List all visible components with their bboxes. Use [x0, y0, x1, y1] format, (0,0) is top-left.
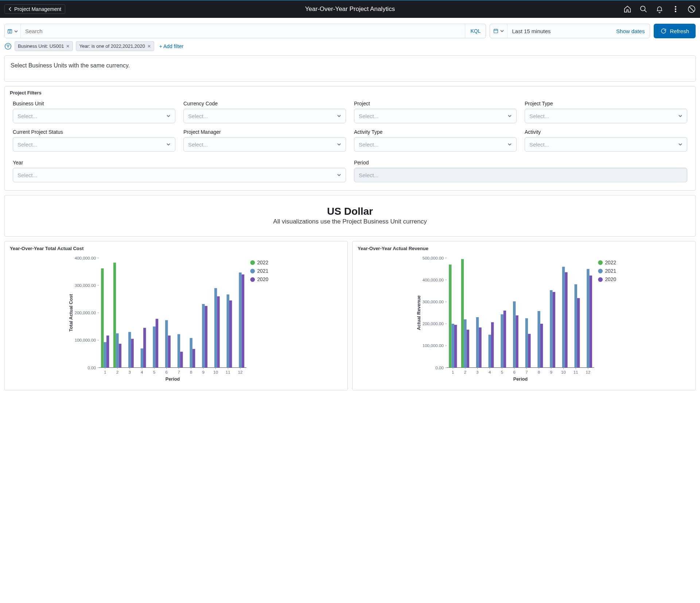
- bar[interactable]: [217, 296, 219, 367]
- bar[interactable]: [565, 272, 567, 368]
- bell-icon[interactable]: [656, 5, 664, 13]
- bar[interactable]: [513, 302, 516, 368]
- bar[interactable]: [503, 311, 506, 367]
- bar[interactable]: [479, 327, 481, 367]
- bar[interactable]: [467, 330, 469, 367]
- filter-pill-business-unit[interactable]: Business Unit: US001 ✕: [15, 41, 73, 51]
- legend-label[interactable]: 2022: [257, 260, 268, 265]
- bar[interactable]: [587, 269, 589, 368]
- bar[interactable]: [192, 349, 195, 367]
- bar[interactable]: [143, 328, 146, 367]
- bar[interactable]: [449, 265, 451, 368]
- bar[interactable]: [156, 319, 158, 367]
- calendar-button[interactable]: [490, 24, 508, 38]
- back-button[interactable]: Project Management: [4, 4, 65, 14]
- filter-pill-year[interactable]: Year: is one of 2022,2021,2020 ✕: [76, 41, 154, 51]
- bar[interactable]: [165, 320, 168, 367]
- bar[interactable]: [451, 324, 454, 367]
- menu-dots-icon[interactable]: [672, 5, 680, 13]
- legend-label[interactable]: 2021: [257, 268, 268, 274]
- bar[interactable]: [104, 342, 106, 367]
- compass-icon[interactable]: [688, 5, 696, 13]
- select-activity[interactable]: Select...: [525, 137, 687, 152]
- legend-dot[interactable]: [250, 260, 255, 265]
- kql-button[interactable]: KQL: [465, 24, 486, 38]
- select-period[interactable]: Select...: [354, 168, 687, 182]
- select-current_status[interactable]: Select...: [13, 137, 175, 152]
- bar[interactable]: [553, 292, 555, 367]
- bar[interactable]: [464, 319, 466, 367]
- bar[interactable]: [227, 295, 229, 368]
- bar[interactable]: [168, 335, 170, 367]
- select-year[interactable]: Select...: [13, 168, 346, 182]
- select-currency_code[interactable]: Select...: [183, 109, 346, 123]
- bar[interactable]: [190, 338, 192, 367]
- bar[interactable]: [116, 333, 118, 367]
- bar[interactable]: [577, 298, 580, 368]
- bar[interactable]: [575, 284, 577, 368]
- legend-dot[interactable]: [598, 260, 603, 265]
- home-icon[interactable]: [623, 5, 631, 13]
- legend-label[interactable]: 2020: [257, 277, 268, 282]
- chevron-down-icon: [500, 29, 504, 33]
- bar[interactable]: [202, 304, 205, 367]
- time-range-label[interactable]: Last 15 minutes: [508, 24, 611, 38]
- bar[interactable]: [540, 324, 543, 367]
- legend-label[interactable]: 2020: [605, 277, 616, 282]
- bar[interactable]: [501, 314, 503, 367]
- legend-dot[interactable]: [598, 277, 603, 282]
- legend-dot[interactable]: [250, 277, 255, 282]
- close-icon[interactable]: ✕: [66, 44, 70, 49]
- bar[interactable]: [119, 344, 121, 367]
- select-project_type[interactable]: Select...: [525, 109, 687, 123]
- select-project_manager[interactable]: Select...: [183, 137, 346, 152]
- bar[interactable]: [131, 339, 133, 367]
- select-business_unit[interactable]: Select...: [13, 109, 175, 123]
- svg-text:Period: Period: [513, 377, 528, 382]
- legend-label[interactable]: 2022: [605, 260, 616, 265]
- bar[interactable]: [113, 262, 116, 367]
- search-icon[interactable]: [639, 5, 648, 13]
- bar[interactable]: [242, 275, 244, 368]
- bar[interactable]: [106, 335, 109, 367]
- add-filter-button[interactable]: + Add filter: [157, 43, 184, 49]
- show-dates-button[interactable]: Show dates: [611, 24, 650, 38]
- svg-text:9: 9: [202, 370, 205, 374]
- bar[interactable]: [178, 334, 180, 368]
- bar[interactable]: [454, 325, 457, 367]
- close-icon[interactable]: ✕: [147, 44, 151, 49]
- select-activity_type[interactable]: Select...: [354, 137, 517, 152]
- bar[interactable]: [141, 349, 143, 368]
- bar[interactable]: [180, 352, 183, 368]
- bar[interactable]: [516, 315, 518, 367]
- bar[interactable]: [101, 268, 104, 367]
- chevron-down-icon: [166, 142, 171, 147]
- svg-point-3: [675, 11, 676, 12]
- bar[interactable]: [525, 318, 528, 367]
- bar[interactable]: [489, 335, 491, 367]
- bar[interactable]: [239, 272, 241, 367]
- bar[interactable]: [528, 334, 530, 368]
- legend-dot[interactable]: [598, 269, 603, 273]
- bar[interactable]: [590, 276, 592, 368]
- bar[interactable]: [153, 327, 155, 368]
- svg-text:9: 9: [550, 370, 552, 374]
- bar[interactable]: [461, 259, 464, 368]
- bar[interactable]: [229, 300, 232, 367]
- bar[interactable]: [491, 322, 494, 367]
- legend-dot[interactable]: [250, 269, 255, 273]
- saved-query-button[interactable]: [5, 24, 21, 38]
- bar[interactable]: [562, 267, 565, 368]
- bar[interactable]: [476, 317, 479, 367]
- bar[interactable]: [128, 332, 131, 368]
- legend-label[interactable]: 2021: [605, 268, 616, 274]
- select-project[interactable]: Select...: [354, 109, 517, 123]
- filter-options-icon[interactable]: [4, 43, 12, 50]
- select-placeholder: Select...: [18, 172, 37, 178]
- bar[interactable]: [550, 290, 552, 367]
- bar[interactable]: [537, 311, 540, 367]
- refresh-button[interactable]: Refresh: [654, 24, 696, 38]
- bar[interactable]: [205, 306, 207, 367]
- bar[interactable]: [214, 288, 217, 367]
- search-input[interactable]: [21, 24, 465, 38]
